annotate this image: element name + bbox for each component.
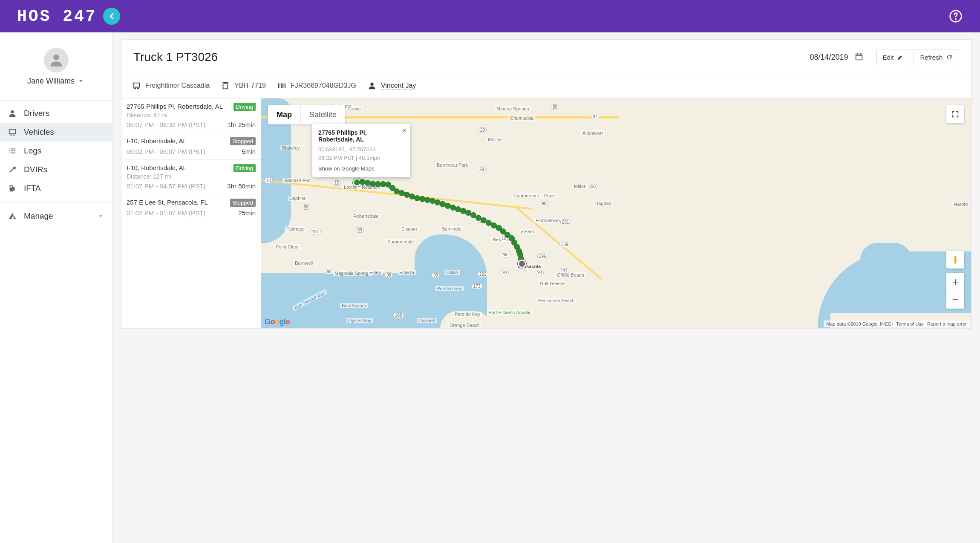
fullscreen-icon xyxy=(951,110,960,119)
back-button[interactable] xyxy=(103,8,120,25)
chevron-down-icon xyxy=(77,77,85,85)
zoom-in-button[interactable]: + xyxy=(946,273,964,291)
user-icon xyxy=(48,52,65,69)
list-icon xyxy=(8,146,17,156)
date-label: 08/14/2019 xyxy=(810,53,848,62)
app-logo: HOS 247 xyxy=(17,7,97,26)
refresh-button[interactable]: Refresh xyxy=(914,49,959,65)
trip-address: 257 E Lee St, Pensacola, FL xyxy=(127,199,208,206)
sidebar: Jane Williams Drivers Vehicles Logs xyxy=(0,32,112,543)
user-icon xyxy=(367,81,377,90)
sidebar-item-logs[interactable]: Logs xyxy=(0,142,112,160)
status-badge: Driving xyxy=(233,103,256,111)
trip-address: I-10, Robertsdale, AL xyxy=(127,164,187,171)
map-type-tabs: Map Satellite xyxy=(268,105,345,124)
chevron-down-icon xyxy=(97,212,104,220)
trip-duration: 1hr 25min xyxy=(227,121,256,128)
show-on-maps-link[interactable]: Show on Google Maps xyxy=(318,165,375,172)
user-icon xyxy=(8,109,17,118)
trip-time-range: 01:02 PM - 01:07 PM (PST) xyxy=(127,209,205,217)
trip-time-range: 05:02 PM - 05:07 PM (PST) xyxy=(127,148,205,155)
sidebar-item-label: Manage xyxy=(24,211,53,221)
trip-item[interactable]: I-10, Robertsdale, AL Distance: 127 mi D… xyxy=(121,160,261,194)
google-logo: Google xyxy=(265,318,290,326)
chevron-left-icon xyxy=(107,12,116,21)
button-label: Refresh xyxy=(920,54,943,61)
page-title: Truck 1 PT3026 xyxy=(133,50,810,64)
fuel-icon xyxy=(8,184,17,193)
bus-icon xyxy=(8,127,17,137)
map[interactable]: Hurricane Grove Blakeley Spanish Fort Lo… xyxy=(261,98,971,328)
trip-address: I-10, Robertsdale, AL xyxy=(127,137,187,144)
sidebar-item-dvirs[interactable]: DVIRs xyxy=(0,160,112,179)
button-label: Edit xyxy=(883,54,894,61)
trip-distance: Distance: 47 mi xyxy=(127,112,223,118)
vehicle-plate: YBH-7719 xyxy=(221,81,266,90)
svg-point-4 xyxy=(14,218,16,220)
trip-distance: Distance: 127 mi xyxy=(127,173,187,180)
trip-duration: 25min xyxy=(238,209,256,217)
wrench-icon xyxy=(8,165,17,174)
sidebar-item-label: DVIRs xyxy=(24,165,47,174)
calendar-icon xyxy=(854,52,864,61)
info-title: 27765 Phillips Pl, Robertsdale, AL xyxy=(318,129,404,143)
sidebar-item-drivers[interactable]: Drivers xyxy=(0,104,112,123)
svg-point-6 xyxy=(954,256,957,258)
trip-time-range: 01:07 PM - 04:57 PM (PST) xyxy=(127,182,205,190)
map-terms-link[interactable]: Terms of Use xyxy=(896,321,924,326)
info-time-speed: 06:32 PM PST | 48.1mph xyxy=(318,154,404,162)
bus-icon xyxy=(132,81,141,90)
date-picker-button[interactable] xyxy=(854,52,865,62)
map-tab-map[interactable]: Map xyxy=(268,105,300,124)
trip-list: 27765 Phillips Pl, Robertsdale, AL Dista… xyxy=(121,98,261,328)
close-button[interactable]: ✕ xyxy=(401,127,407,135)
help-button[interactable] xyxy=(948,9,963,23)
sidebar-item-vehicles[interactable]: Vehicles xyxy=(0,123,112,142)
vehicle-driver: Vincent Jay xyxy=(367,81,416,90)
refresh-icon xyxy=(946,54,953,61)
edit-button[interactable]: Edit xyxy=(876,49,911,65)
username-dropdown[interactable]: Jane Williams xyxy=(27,77,85,86)
topbar: HOS 247 xyxy=(0,0,980,32)
pegman-button[interactable] xyxy=(946,251,964,269)
status-badge: Driving xyxy=(233,164,256,172)
nav: Drivers Vehicles Logs DVIRs IFTA xyxy=(0,101,112,225)
zoom-controls: + − xyxy=(946,273,964,309)
profile-block: Jane Williams xyxy=(0,32,112,101)
vehicle-vin: FJR36697048GD3JG xyxy=(277,81,356,90)
sidebar-item-label: Logs xyxy=(24,146,41,156)
sidebar-item-ifta[interactable]: IFTA xyxy=(0,179,112,198)
map-tab-satellite[interactable]: Satellite xyxy=(300,105,345,124)
trip-item[interactable]: I-10, Robertsdale, AL Stopped 05:02 PM -… xyxy=(121,133,261,160)
trip-duration: 5min xyxy=(242,148,256,155)
manage-icon xyxy=(8,211,17,221)
sidebar-item-manage[interactable]: Manage xyxy=(0,207,112,225)
page-header: Truck 1 PT3026 08/14/2019 Edit Refresh xyxy=(121,40,971,73)
map-attrib: Map data ©2019 Google, INEGI xyxy=(826,321,893,326)
status-badge: Stopped xyxy=(230,199,256,207)
trip-address: 27765 Phillips Pl, Robertsdale, AL xyxy=(127,103,223,110)
sidebar-item-label: Drivers xyxy=(24,109,49,118)
fullscreen-button[interactable] xyxy=(946,105,964,123)
driver-link[interactable]: Vincent Jay xyxy=(381,82,416,90)
svg-point-5 xyxy=(370,83,373,86)
vehicle-model: Freightliner Cascadia xyxy=(132,81,210,90)
svg-point-3 xyxy=(11,110,14,113)
info-coords: 30.633185, -87.707633 xyxy=(318,145,404,154)
trip-item[interactable]: 27765 Phillips Pl, Robertsdale, AL Dista… xyxy=(121,98,261,133)
username-label: Jane Williams xyxy=(27,77,75,86)
content: Truck 1 PT3026 08/14/2019 Edit Refresh xyxy=(112,32,980,543)
trip-item[interactable]: 257 E Lee St, Pensacola, FL Stopped 01:0… xyxy=(121,194,261,221)
sidebar-item-label: IFTA xyxy=(24,184,41,193)
trip-time-range: 05:07 PM - 06:32 PM (PST) xyxy=(127,121,205,128)
svg-point-1 xyxy=(955,19,956,19)
vehicle-meta-row: Freightliner Cascadia YBH-7719 FJR366970… xyxy=(121,73,971,98)
svg-point-2 xyxy=(53,54,59,60)
zoom-out-button[interactable]: − xyxy=(946,291,964,309)
map-footer: Map data ©2019 Google, INEGI Terms of Us… xyxy=(824,321,969,327)
pegman-icon xyxy=(951,254,960,265)
map-report-link[interactable]: Report a map error xyxy=(927,321,967,326)
clipboard-icon xyxy=(221,81,230,90)
barcode-icon xyxy=(277,81,286,90)
avatar xyxy=(44,48,69,72)
